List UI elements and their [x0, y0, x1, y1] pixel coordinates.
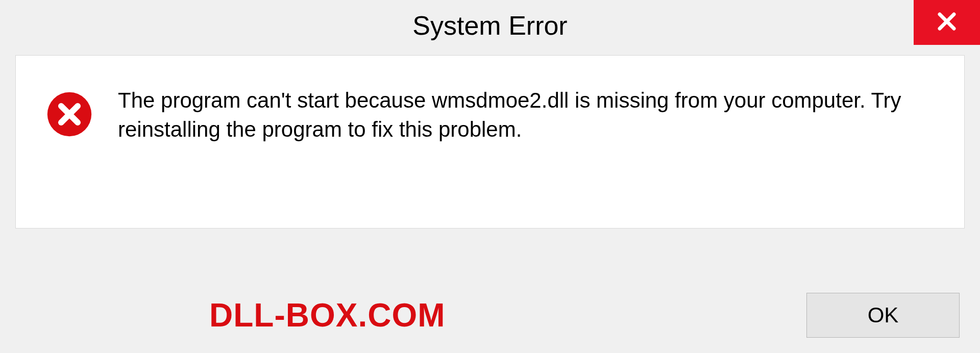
titlebar: System Error [0, 0, 980, 51]
error-dialog: System Error The program can't start bec… [0, 0, 980, 353]
close-button[interactable] [914, 0, 980, 45]
ok-button[interactable]: OK [806, 293, 960, 338]
error-message: The program can't start because wmsdmoe2… [118, 86, 939, 144]
watermark-text: DLL-BOX.COM [209, 296, 446, 334]
error-icon [46, 91, 92, 137]
dialog-footer: DLL-BOX.COM OK [0, 293, 980, 338]
dialog-title: System Error [412, 10, 567, 41]
content-area: The program can't start because wmsdmoe2… [15, 55, 965, 229]
close-icon [935, 9, 959, 36]
